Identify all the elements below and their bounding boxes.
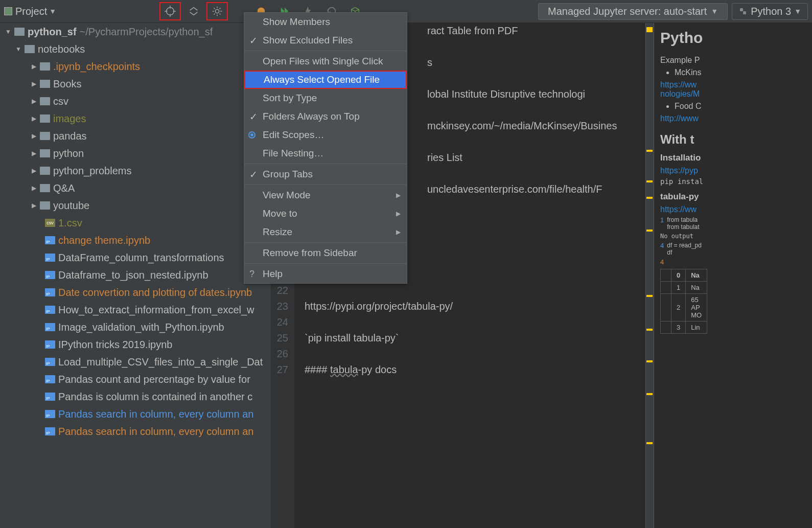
- menu-label: Open Files with Single Click: [263, 56, 383, 67]
- marker[interactable]: [646, 229, 653, 232]
- code-line[interactable]: 22: [271, 283, 654, 299]
- marker-strip[interactable]: [645, 23, 654, 528]
- menu-item[interactable]: Remove from Sidebar: [244, 244, 407, 262]
- tree-folder[interactable]: ▼notebooks: [0, 40, 271, 58]
- folder-label: pandas: [53, 130, 87, 142]
- tree-file[interactable]: Pandas is column is contained in another…: [0, 388, 271, 405]
- menu-item[interactable]: Move to▶: [244, 204, 407, 223]
- chevron-right-icon: ▶: [396, 192, 401, 199]
- menu-item[interactable]: Edit Scopes…: [244, 126, 407, 144]
- tree-file[interactable]: Date convertion and plotting of dates.ip…: [0, 284, 271, 301]
- menu-label: Resize: [263, 226, 292, 238]
- code-line[interactable]: 26: [271, 346, 654, 362]
- preview-link[interactable]: http://www: [660, 114, 699, 123]
- folder-icon: [40, 62, 50, 71]
- tree-root[interactable]: ▼ python_sf ~/PycharmProjects/python_sf: [0, 23, 271, 40]
- tree-file[interactable]: How_to_extract_information_from_excel_w: [0, 301, 271, 318]
- settings-context-menu[interactable]: Show Members✓Show Excluded FilesOpen Fil…: [244, 12, 407, 284]
- tree-folder[interactable]: ▶images: [0, 110, 271, 127]
- project-label[interactable]: Project: [15, 6, 47, 17]
- project-tree[interactable]: ▼ python_sf ~/PycharmProjects/python_sf …: [0, 23, 271, 528]
- tree-folder[interactable]: ▶pandas: [0, 127, 271, 145]
- folder-label: python_problems: [53, 165, 131, 177]
- marker[interactable]: [646, 180, 653, 182]
- menu-item[interactable]: ✓Folders Always on Top: [244, 107, 407, 126]
- marker[interactable]: [646, 393, 653, 395]
- tree-folder[interactable]: ▶.ipynb_checkpoints: [0, 58, 271, 75]
- cell-out-num: 4: [660, 258, 664, 266]
- code-line[interactable]: 24: [271, 314, 654, 330]
- folder-icon: [14, 28, 25, 36]
- menu-item[interactable]: ✓Group Tabs: [244, 165, 407, 183]
- tree-file[interactable]: IPython tricks 2019.ipynb: [0, 336, 271, 353]
- menu-label: Sort by Type: [263, 93, 317, 104]
- marker[interactable]: [646, 150, 653, 152]
- tree-file[interactable]: Pandas search in column, every column an: [0, 423, 271, 440]
- jupyter-server-select[interactable]: Managed Jupyter server: auto-start ▼: [538, 3, 728, 20]
- locate-target-button[interactable]: [159, 2, 181, 20]
- menu-label: Help: [263, 268, 283, 280]
- marker[interactable]: [646, 442, 653, 444]
- menu-item[interactable]: Always Select Opened File: [244, 71, 407, 89]
- preview-link[interactable]: https://ww: [660, 205, 697, 214]
- tree-file[interactable]: change theme.ipynb: [0, 232, 271, 249]
- preview-link[interactable]: https://pyp: [660, 166, 698, 175]
- marker[interactable]: [646, 27, 653, 32]
- menu-label: Show Excluded Files: [263, 35, 353, 46]
- cell-in-num: 4: [660, 242, 664, 249]
- tree-file[interactable]: Image_validation_with_Python.ipynb: [0, 318, 271, 336]
- tree-folder[interactable]: ▶youtube: [0, 197, 271, 214]
- folder-label: python: [53, 148, 84, 159]
- tree-file[interactable]: Pandas search in column, every column an: [0, 405, 271, 423]
- menu-item[interactable]: Sort by Type: [244, 89, 407, 107]
- folder-icon: [40, 80, 50, 88]
- tree-folder[interactable]: ▶Q&A: [0, 179, 271, 197]
- python-interpreter-select[interactable]: Python 3 ▼: [732, 3, 808, 20]
- tree-file[interactable]: Pandas count and percentage by value for: [0, 371, 271, 388]
- menu-item[interactable]: File Nesting…: [244, 144, 407, 163]
- preview-title: Pytho: [660, 29, 806, 47]
- folder-icon: [40, 132, 50, 140]
- code-line[interactable]: 27#### tabula-py docs: [271, 362, 654, 378]
- project-dropdown-arrow[interactable]: ▼: [49, 7, 56, 15]
- menu-item[interactable]: ?Help: [244, 265, 407, 283]
- marker[interactable]: [646, 329, 653, 331]
- tree-folder[interactable]: ▶Books: [0, 75, 271, 93]
- preview-link[interactable]: https://wwnologies/M: [660, 80, 700, 98]
- marker[interactable]: [646, 360, 653, 362]
- tree-folder[interactable]: ▶python_problems: [0, 162, 271, 179]
- preview-h4: Installatio: [660, 153, 806, 163]
- tree-file[interactable]: Load_multiple_CSV_files_into_a_single _D…: [0, 353, 271, 371]
- tree-file[interactable]: DataFrame_column_transformations: [0, 249, 271, 266]
- list-item: McKins: [675, 68, 806, 77]
- tree-file[interactable]: Dataframe_to_json_nested.ipynb: [0, 266, 271, 284]
- line-number: 25: [271, 332, 294, 344]
- cell-code: from tabulafrom tabulat: [667, 216, 699, 231]
- preview-h2: With t: [660, 132, 806, 147]
- chevron-icon: ▶: [30, 150, 38, 157]
- marker[interactable]: [646, 197, 653, 199]
- tree-folder[interactable]: ▶python: [0, 145, 271, 162]
- notebook-icon: [45, 358, 55, 366]
- line-number: 23: [271, 301, 294, 312]
- svg-rect-8: [743, 11, 746, 14]
- settings-button[interactable]: [206, 2, 228, 20]
- menu-item[interactable]: ✓Show Excluded Files: [244, 31, 407, 50]
- code-line[interactable]: 23https://pypi.org/project/tabula-py/: [271, 299, 654, 314]
- menu-item[interactable]: Open Files with Single Click: [244, 52, 407, 71]
- menu-item[interactable]: View Mode▶: [244, 186, 407, 204]
- menu-item[interactable]: Resize▶: [244, 223, 407, 241]
- tree-file[interactable]: csv1.csv: [0, 214, 271, 232]
- marker[interactable]: [646, 295, 653, 297]
- file-label: Load_multiple_CSV_files_into_a_single _D…: [58, 356, 263, 368]
- menu-item[interactable]: Show Members: [244, 13, 407, 31]
- code-line[interactable]: 25`pip install tabula-py`: [271, 330, 654, 346]
- tree-folder[interactable]: ▶csv: [0, 93, 271, 110]
- chevron-icon: ▶: [30, 115, 38, 122]
- notebook-icon: [45, 271, 55, 279]
- line-number: 24: [271, 316, 294, 328]
- preview-panel[interactable]: Pytho Example P McKins https://wwnologie…: [654, 23, 812, 528]
- preview-h4: tabula-py: [660, 192, 806, 202]
- collapse-all-button[interactable]: [183, 2, 204, 20]
- file-label: Pandas count and percentage by value for: [58, 374, 250, 385]
